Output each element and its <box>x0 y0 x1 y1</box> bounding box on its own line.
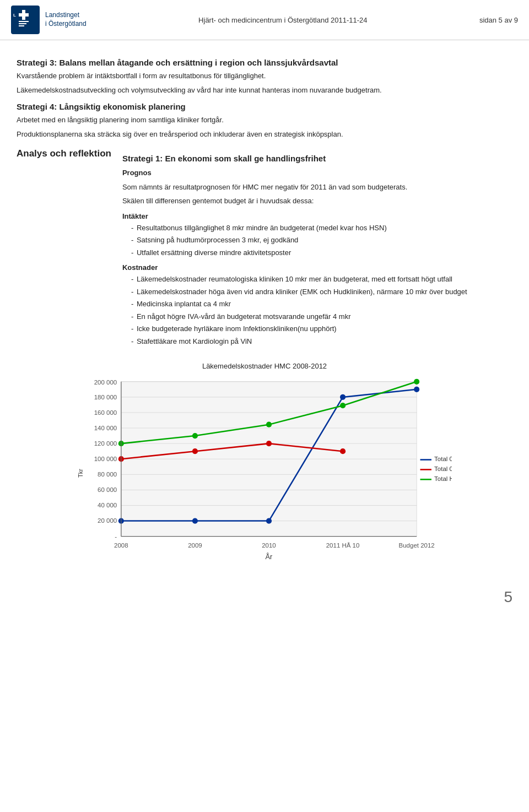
svg-text:L: L <box>13 13 16 18</box>
intakter-label: Intäkter <box>122 212 512 220</box>
svg-text:År: År <box>266 553 273 561</box>
list-item: Läkemedelskostnader reumatologiska klini… <box>131 274 512 285</box>
prognos-heading: Prognos <box>122 169 152 177</box>
svg-text:180 000: 180 000 <box>94 394 117 400</box>
svg-text:120 000: 120 000 <box>94 440 117 447</box>
svg-text:-: - <box>115 533 117 540</box>
svg-text:2011 HÅ 10: 2011 HÅ 10 <box>326 542 360 549</box>
point <box>192 433 198 439</box>
list-item: Icke budgeterade hyrläkare inom Infektio… <box>131 323 512 334</box>
list-item: Resultatbonus tillgänglighet 8 mkr mindr… <box>131 223 512 234</box>
chart-svg: 200 000 180 000 160 000 140 000 120 000 <box>86 375 452 572</box>
chart-title: Läkemedelskostnader HMC 2008-2012 <box>77 362 452 370</box>
svg-text:20 000: 20 000 <box>98 517 117 524</box>
logo-line1: Landstinget <box>45 11 87 20</box>
skalen-text: Skälen till differensen gentemot budget … <box>122 196 512 207</box>
analys-section: Analys och reflektion Strategi 1: En eko… <box>17 147 512 351</box>
page-header: L Landstinget i Östergötland Hjärt- och … <box>0 0 529 40</box>
logo-icon: L <box>11 6 40 34</box>
svg-text:Total 020: Total 020 <box>434 465 452 472</box>
list-item: Utfallet ersättning diverse mindre aktiv… <box>131 247 512 258</box>
list-item: Medicinska inplantat ca 4 mkr <box>131 299 512 310</box>
strategi1-heading: Strategi 1: En ekonomi som skall ge hand… <box>122 154 512 163</box>
svg-text:100 000: 100 000 <box>94 456 117 462</box>
svg-text:Budget 2012: Budget 2012 <box>399 542 435 549</box>
point <box>414 379 419 385</box>
svg-rect-5 <box>19 23 26 24</box>
svg-rect-4 <box>19 21 29 22</box>
list-item: Läkemedelskostnader höga även vid andra … <box>131 286 512 297</box>
chart-area: Tkr 200 000 180 000 160 000 <box>77 375 452 572</box>
point <box>192 518 198 523</box>
kostnader-list: Läkemedelskostnader reumatologiska klini… <box>131 274 512 347</box>
section4-p1: Arbetet med en långsiktig planering inom… <box>17 115 512 126</box>
point <box>340 403 346 408</box>
svg-rect-38 <box>420 469 431 470</box>
section3-p1: Kvarstående problem är intäktsbortfall i… <box>17 71 512 82</box>
section4-p2: Produktionsplanerna ska sträcka sig över… <box>17 129 512 140</box>
header-right-text: sidan 5 av 9 <box>479 16 518 24</box>
svg-text:2010: 2010 <box>262 542 276 549</box>
svg-rect-36 <box>420 459 431 461</box>
section4-heading: Strategi 4: Långsiktig ekonomisk planeri… <box>17 102 512 111</box>
header-center-text: Hjärt- och medicincentrum i Östergötland… <box>198 16 367 24</box>
main-content: Strategi 3: Balans mellan åtagande och e… <box>0 40 529 583</box>
y-axis-label: Tkr <box>77 418 84 528</box>
point <box>414 387 419 392</box>
point <box>266 441 272 446</box>
analys-right: Strategi 1: En ekonomi som skall ge hand… <box>122 147 512 351</box>
svg-text:200 000: 200 000 <box>94 379 117 386</box>
svg-text:2009: 2009 <box>188 542 202 549</box>
page-number: 5 <box>0 583 529 611</box>
point <box>266 518 272 523</box>
logo-text: Landstinget i Östergötland <box>45 11 87 28</box>
svg-text:2008: 2008 <box>114 542 128 549</box>
logo-line2: i Östergötland <box>45 20 87 29</box>
svg-text:Total HMC: Total HMC <box>434 475 452 482</box>
point <box>192 448 198 454</box>
svg-rect-3 <box>19 13 29 17</box>
list-item: Satsning på hudtumörprocessen 3 mkr, ej … <box>131 235 512 246</box>
section3-p2: Läkemedelskostnadsutveckling och volymsu… <box>17 85 512 96</box>
svg-text:80 000: 80 000 <box>98 471 117 478</box>
svg-text:60 000: 60 000 <box>98 486 117 493</box>
list-item: En något högre IVA-vård än budgeterat mo… <box>131 311 512 322</box>
analys-label: Analys och reflektion <box>17 147 111 351</box>
logo-area: L Landstinget i Östergötland <box>11 6 87 34</box>
list-item: Stafettläkare mot Kardiologin på ViN <box>131 336 512 347</box>
section3-heading: Strategi 3: Balans mellan åtagande och e… <box>17 58 512 67</box>
prognos-text: Som nämnts är resultatprognosen för HMC … <box>122 182 512 193</box>
svg-text:160 000: 160 000 <box>94 409 117 416</box>
point <box>340 394 346 400</box>
svg-text:Total 010: Total 010 <box>434 456 452 462</box>
svg-text:40 000: 40 000 <box>98 502 117 508</box>
point <box>266 422 272 427</box>
point <box>340 448 346 454</box>
kostnader-label: Kostnader <box>122 263 512 272</box>
chart-inner: 200 000 180 000 160 000 140 000 120 000 <box>86 375 452 572</box>
svg-text:140 000: 140 000 <box>94 425 117 431</box>
svg-rect-40 <box>420 479 431 480</box>
svg-rect-6 <box>19 25 24 26</box>
intakter-list: Resultatbonus tillgänglighet 8 mkr mindr… <box>131 223 512 258</box>
chart-container: Läkemedelskostnader HMC 2008-2012 Tkr 20… <box>77 362 452 572</box>
